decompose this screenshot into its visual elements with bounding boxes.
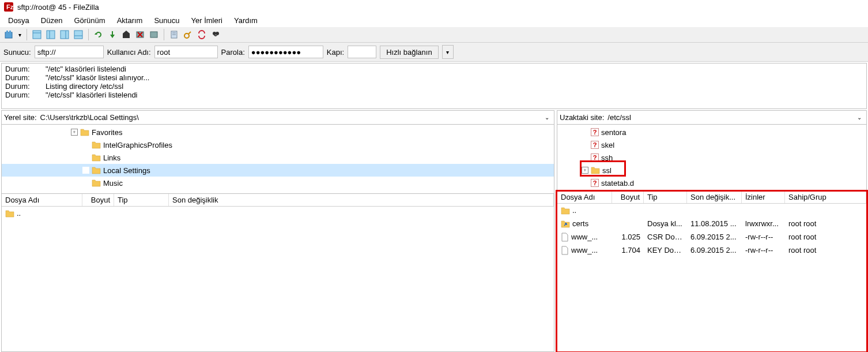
tree-item[interactable]: Music [2, 177, 554, 189]
reconnect-icon[interactable] [148, 28, 160, 41]
port-input[interactable] [348, 46, 376, 58]
separator [164, 29, 164, 40]
menu-file[interactable]: Dosya [3, 15, 34, 26]
log-label: Durum: [5, 73, 46, 82]
cell-modified: 11.08.2015 ... [687, 218, 742, 229]
quickconnect-button[interactable]: Hızlı bağlanın [380, 46, 439, 59]
tree-item-label: sentora [601, 128, 626, 137]
remote-site-input[interactable] [606, 112, 855, 123]
expander-icon[interactable]: + [582, 167, 588, 174]
local-site-input[interactable] [39, 112, 542, 123]
remote-site-dropdown-icon[interactable]: ⌄ [855, 114, 864, 121]
folder-icon [591, 166, 600, 174]
sitemanager-icon[interactable] [2, 28, 15, 41]
expander-icon[interactable]: + [71, 129, 78, 136]
log-row: Durum:"/etc/ssl" klasör listesi alınıyor… [5, 73, 863, 82]
cell-perms: lrwxrwxr... [742, 218, 785, 229]
tree-item[interactable]: Local Settings [2, 164, 554, 177]
cancel-icon[interactable] [120, 28, 133, 41]
svg-point-25 [184, 33, 189, 38]
log-row: Durum:"/etc/ssl" klasörleri listelendi [5, 91, 863, 99]
menu-edit[interactable]: Düzen [36, 15, 67, 26]
local-filelist[interactable]: Dosya Adı Boyut Tip Son değişiklik .. [1, 194, 554, 352]
svg-rect-2 [5, 32, 12, 38]
list-row[interactable]: certsDosya kl...11.08.2015 ...lrwxrwxr..… [557, 217, 866, 230]
remote-filelist[interactable]: Dosya Adı Boyut Tip Son değişik... İzinl… [557, 191, 867, 352]
col-owner[interactable]: Sahip/Grup [785, 191, 866, 203]
unknown-icon: ? [591, 179, 599, 187]
svg-rect-21 [150, 32, 157, 38]
remote-tree[interactable]: ?sentora?skel?ssh+ssl?statetab.d [557, 125, 867, 191]
pass-label: Parola: [221, 48, 245, 57]
col-modified[interactable]: Son değişiklik [169, 194, 554, 206]
tree-item[interactable]: +Favorites [2, 126, 554, 138]
col-perms[interactable]: İzinler [742, 191, 785, 203]
folder-icon [80, 128, 89, 136]
tree-item-label: statetab.d [601, 179, 634, 188]
col-name[interactable]: Dosya Adı [557, 191, 612, 203]
refresh-icon[interactable] [92, 28, 105, 41]
list-row[interactable]: www_...1.704KEY Dos...6.09.2015 2...-rw-… [557, 244, 866, 257]
sitemanager-dropdown-icon[interactable]: ▾ [16, 28, 23, 41]
quickconnect-dropdown[interactable]: ▾ [442, 45, 454, 59]
log-message: Listing directory /etc/ssl [46, 82, 123, 91]
local-site-dropdown-icon[interactable]: ⌄ [542, 114, 552, 121]
tree-item[interactable]: ?sentora [557, 126, 866, 138]
list-row[interactable]: www_...1.025CSR Dos...6.09.2015 2...-rw-… [557, 230, 866, 244]
toggle-queue-icon[interactable] [72, 28, 85, 41]
sync-browse-icon[interactable] [195, 28, 208, 41]
svg-marker-17 [123, 31, 130, 33]
menu-bookmarks[interactable]: Yer İmleri [187, 15, 227, 26]
expander-icon [82, 179, 89, 186]
tree-item[interactable]: IntelGraphicsProfiles [2, 138, 554, 151]
menu-server[interactable]: Sunucu [149, 15, 184, 26]
tree-item[interactable]: ?statetab.d [557, 177, 866, 189]
menu-transfer[interactable]: Aktarım [112, 15, 148, 26]
cell-size: 1.704 [612, 245, 644, 256]
menubar: Dosya Düzen Görünüm Aktarım Sunucu Yer İ… [0, 14, 868, 27]
col-type[interactable]: Tip [644, 191, 687, 203]
separator [27, 29, 27, 40]
log-row: Durum:Listing directory /etc/ssl [5, 82, 863, 91]
window-title: sftp://root@ 45 - FileZilla [17, 3, 99, 12]
list-row[interactable]: .. [557, 204, 866, 217]
list-row[interactable]: .. [2, 207, 554, 220]
cell-size [612, 223, 644, 225]
unknown-icon: ? [591, 153, 599, 162]
remote-site-label: Uzaktaki site: [560, 113, 604, 122]
col-type[interactable]: Tip [114, 194, 169, 206]
menu-help[interactable]: Yardım [229, 15, 262, 26]
search-icon[interactable] [209, 28, 222, 41]
tree-item[interactable]: Links [2, 151, 554, 164]
disconnect-icon[interactable] [134, 28, 146, 41]
tree-item[interactable]: ?ssh [557, 151, 866, 164]
unknown-icon: ? [591, 128, 599, 136]
cell-perms: -rw-r--r-- [742, 245, 785, 256]
col-size[interactable]: Boyut [82, 194, 114, 206]
col-size[interactable]: Boyut [612, 191, 644, 203]
cell-name: .. [2, 208, 82, 219]
toggle-remote-tree-icon[interactable] [58, 28, 71, 41]
expander-icon [82, 154, 89, 161]
pass-input[interactable] [248, 46, 323, 58]
filter-icon[interactable] [168, 28, 180, 41]
local-tree[interactable]: +FavoritesIntelGraphicsProfilesLinksLoca… [1, 125, 554, 194]
expander-icon [82, 167, 89, 174]
col-modified[interactable]: Son değişik... [687, 191, 742, 203]
host-input[interactable] [35, 46, 104, 58]
menu-view[interactable]: Görünüm [69, 15, 110, 26]
process-queue-icon[interactable] [106, 28, 119, 41]
user-input[interactable] [154, 46, 218, 58]
folder-icon [92, 141, 101, 149]
cell-name: certs [557, 218, 612, 229]
col-name[interactable]: Dosya Adı [2, 194, 82, 206]
toggle-log-icon[interactable] [31, 28, 43, 41]
log-panel[interactable]: Durum:"/etc" klasörleri listelendiDurum:… [1, 63, 867, 109]
cell-modified: 6.09.2015 2... [687, 245, 742, 256]
tree-item[interactable]: ?skel [557, 138, 866, 151]
tree-item-label: skel [601, 141, 614, 149]
compare-icon[interactable] [182, 28, 194, 41]
tree-item[interactable]: +ssl [557, 164, 866, 177]
log-label: Durum: [5, 82, 46, 91]
toggle-local-tree-icon[interactable] [44, 28, 57, 41]
